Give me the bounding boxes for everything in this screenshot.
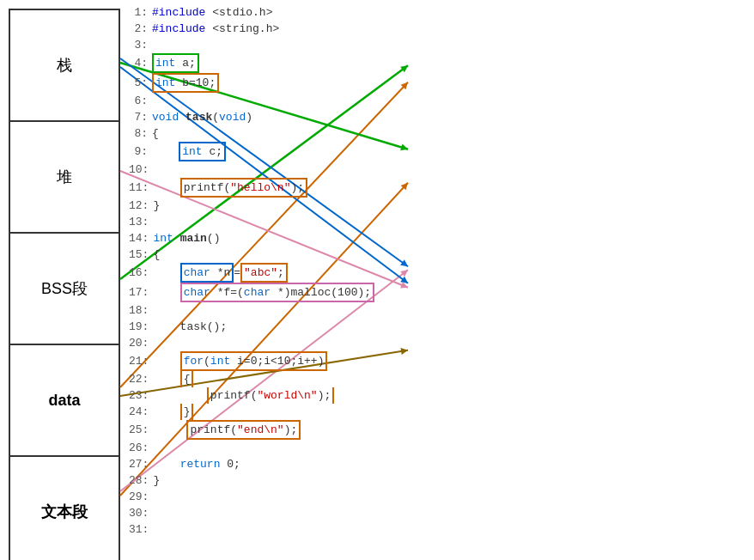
code-line-6: 6: bbox=[129, 93, 745, 109]
segment-text-label: 文本段 bbox=[41, 502, 88, 522]
code-line-18: 18: bbox=[129, 302, 745, 319]
code-line-27: 27: return 0; bbox=[129, 456, 745, 472]
code-line-2: 2: #include <string.h> bbox=[129, 21, 745, 37]
code-line-25: 25: printf("end\n"); bbox=[129, 420, 745, 440]
segment-heap-label: 堆 bbox=[57, 167, 72, 187]
segment-stack-label: 栈 bbox=[57, 55, 72, 76]
code-line-28: 28: } bbox=[129, 472, 745, 489]
segment-stack: 栈 bbox=[10, 10, 119, 122]
segment-data: data bbox=[10, 345, 119, 457]
code-line-10: 10: bbox=[129, 161, 745, 178]
segment-data-label: data bbox=[48, 392, 80, 410]
code-line-26: 26: bbox=[129, 440, 745, 456]
code-line-22: 22: { bbox=[129, 371, 745, 387]
segment-bss: BSS段 bbox=[10, 234, 119, 345]
code-line-7: 7: void task(void) bbox=[129, 109, 745, 125]
memory-panel: 栈 堆 BSS段 data 文本段 bbox=[9, 9, 120, 560]
code-line-29: 29: bbox=[129, 489, 745, 505]
code-line-23: 23: printf("world\n"); bbox=[129, 387, 745, 404]
code-line-12: 12: } bbox=[129, 198, 745, 214]
code-line-11: 11: printf("hello\n"); bbox=[129, 178, 745, 198]
segment-heap: 堆 bbox=[10, 122, 119, 234]
code-line-14: 14: int main() bbox=[129, 230, 745, 247]
code-line-31: 31: bbox=[129, 521, 745, 538]
code-line-3: 3: bbox=[129, 37, 745, 53]
code-line-4: 4: int a; bbox=[129, 53, 745, 73]
code-line-30: 30: bbox=[129, 505, 745, 521]
segment-text: 文本段 bbox=[10, 457, 119, 560]
code-line-9: 9: int c; bbox=[129, 142, 745, 161]
code-line-16: 16: char *n="abc"; bbox=[129, 263, 745, 283]
code-line-20: 20: bbox=[129, 335, 745, 351]
segment-bss-label: BSS段 bbox=[41, 278, 88, 299]
code-line-1: 1: #include <stdio.h> bbox=[129, 4, 745, 21]
code-line-19: 19: task(); bbox=[129, 319, 745, 335]
code-line-13: 13: bbox=[129, 214, 745, 230]
code-line-8: 8: { bbox=[129, 125, 745, 142]
code-line-21: 21: for(int i=0;i<10;i++) bbox=[129, 351, 745, 371]
code-panel: 1: #include <stdio.h> 2: #include <strin… bbox=[120, 0, 754, 560]
main-container: 栈 堆 BSS段 data 文本段 1: #include <stdio.h> … bbox=[0, 0, 754, 560]
code-line-24: 24: } bbox=[129, 404, 745, 420]
code-line-5: 5: int b=10; bbox=[129, 73, 745, 93]
code-line-15: 15: { bbox=[129, 247, 745, 263]
code-line-17: 17: char *f=(char *)malloc(100); bbox=[129, 283, 745, 302]
